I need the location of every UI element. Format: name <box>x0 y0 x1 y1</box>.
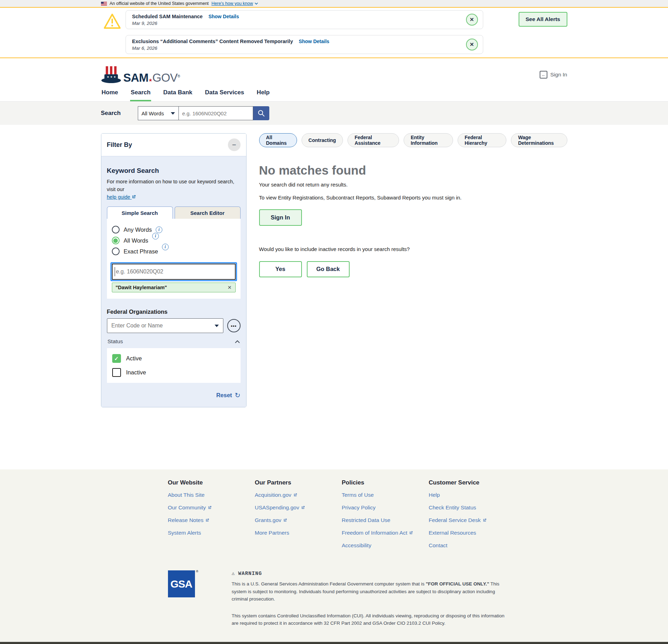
sign-in-button[interactable]: Sign In <box>259 209 302 226</box>
footer-link-external-resources[interactable]: External Resources <box>429 530 476 536</box>
footer-link-system-alerts[interactable]: System Alerts <box>168 530 201 536</box>
search-icon <box>257 109 265 117</box>
sign-in-link[interactable]: ← Sign In <box>540 71 567 79</box>
checkbox-inactive-label: Inactive <box>126 369 146 376</box>
tab-simple-search[interactable]: Simple Search <box>107 206 173 219</box>
checkbox-row-inactive[interactable]: Inactive <box>112 368 235 377</box>
keyword-info-text: For more information on how to use our k… <box>107 179 234 192</box>
warning-paragraph-2: This system contains Controlled Unclassi… <box>232 612 512 627</box>
see-all-alerts-button[interactable]: See All Alerts <box>519 12 567 27</box>
domain-chip-federal-assistance[interactable]: Federal Assistance <box>348 133 399 147</box>
status-section-toggle[interactable]: Status <box>107 338 241 345</box>
footer-link-restricted-data-use[interactable]: Restricted Data Use <box>342 517 391 523</box>
nav-item-data-services[interactable]: Data Services <box>204 88 245 101</box>
reset-label: Reset <box>216 392 232 399</box>
tab-search-editor[interactable]: Search Editor <box>175 206 241 219</box>
search-submit-button[interactable] <box>253 106 269 120</box>
external-link-icon <box>301 506 305 510</box>
gsa-logo[interactable]: GSA ® <box>168 570 195 597</box>
info-icon[interactable]: i <box>162 244 169 250</box>
domain-chip-federal-hierarchy[interactable]: Federal Hierarchy <box>458 133 507 147</box>
footer-link-contact[interactable]: Contact <box>429 542 447 549</box>
caret-down-icon <box>215 325 219 327</box>
domain-chip-all-domains[interactable]: All Domains <box>259 133 297 147</box>
info-icon[interactable]: i <box>156 226 162 233</box>
radio-all-words[interactable] <box>112 237 120 244</box>
reset-filters-button[interactable]: Reset ↻ <box>107 391 241 399</box>
alert-close-button[interactable]: ✕ <box>466 39 478 50</box>
page-footer: Our Website About This Site Our Communit… <box>0 469 668 642</box>
alert-card: Exclusions “Additional Comments” Content… <box>126 35 483 54</box>
keyword-input[interactable] <box>112 264 236 280</box>
alert-card: Scheduled SAM Maintenance Show Details M… <box>126 10 483 29</box>
footer-link-our-community[interactable]: Our Community <box>168 504 212 511</box>
footer-link-more-partners[interactable]: More Partners <box>255 530 289 536</box>
search-mode-select[interactable]: All Words <box>138 106 179 120</box>
checkbox-inactive[interactable] <box>112 368 121 377</box>
footer-link-usaspending-gov[interactable]: USASpending.gov <box>255 504 305 511</box>
status-box: ✓ Active Inactive <box>107 348 241 383</box>
yes-button[interactable]: Yes <box>259 261 302 277</box>
help-guide-link[interactable]: help guide <box>107 194 136 200</box>
keyword-tag: "Dawit Haylemariam" ✕ <box>112 283 236 292</box>
nav-item-search[interactable]: Search <box>130 88 151 101</box>
main-nav: Home Search Data Bank Data Services Help <box>0 88 668 102</box>
sign-in-arrow-icon: ← <box>540 71 547 79</box>
text-caret <box>115 267 115 276</box>
keyword-search-title: Keyword Search <box>107 167 241 175</box>
alert-close-button[interactable]: ✕ <box>466 14 478 26</box>
footer-link-federal-service-desk[interactable]: Federal Service Desk <box>429 517 487 523</box>
footer-link-accessibility[interactable]: Accessibility <box>342 542 371 549</box>
footer-link-acquisition-gov[interactable]: Acquisition.gov <box>255 492 297 498</box>
external-link-icon <box>208 506 212 510</box>
radio-exact-phrase-label: Exact Phrase <box>124 248 158 255</box>
sam-gov-logo[interactable]: ★ ★ ★ SAM★GOV® <box>101 66 180 83</box>
status-label: Status <box>108 338 123 345</box>
info-icon[interactable]: i <box>152 233 159 239</box>
radio-exact-phrase[interactable] <box>112 248 120 255</box>
minus-icon: − <box>232 141 236 149</box>
nav-item-data-bank[interactable]: Data Bank <box>162 88 193 101</box>
external-link-icon <box>293 493 297 497</box>
external-link-icon <box>409 531 413 535</box>
registered-icon: ® <box>196 570 198 573</box>
footer-link-grants-gov[interactable]: Grants.gov <box>255 517 288 523</box>
federal-org-more-button[interactable]: ••• <box>227 319 241 332</box>
how-you-know-link[interactable]: Here's how you know <box>211 1 258 6</box>
search-input[interactable] <box>179 106 253 120</box>
logo-gov-text: GOV <box>153 71 178 84</box>
nav-item-help[interactable]: Help <box>256 88 270 101</box>
registered-icon: ® <box>177 74 180 78</box>
nav-item-home[interactable]: Home <box>101 88 119 101</box>
alert-title: Exclusions “Additional Comments” Content… <box>132 39 293 44</box>
footer-link-foia[interactable]: Freedom of Information Act <box>342 530 413 536</box>
domain-chip-entity-information[interactable]: Entity Information <box>404 133 453 147</box>
radio-any-words-label: Any Words <box>124 226 152 233</box>
chevron-up-icon <box>235 340 240 343</box>
alert-show-details-link[interactable]: Show Details <box>299 39 329 44</box>
checkbox-active[interactable]: ✓ <box>112 354 121 363</box>
ellipsis-icon: ••• <box>231 323 237 328</box>
search-strip: Search All Words <box>0 102 668 125</box>
footer-link-privacy-policy[interactable]: Privacy Policy <box>342 504 376 511</box>
footer-link-terms-of-use[interactable]: Terms of Use <box>342 492 374 498</box>
alerts-section: Scheduled SAM Maintenance Show Details M… <box>0 8 668 58</box>
footer-link-help[interactable]: Help <box>429 492 440 498</box>
radio-any-words[interactable] <box>112 226 120 233</box>
uncle-sam-hat-icon: ★ ★ ★ <box>101 66 121 83</box>
footer-link-about-this-site[interactable]: About This Site <box>168 492 205 498</box>
alert-show-details-link[interactable]: Show Details <box>208 14 239 19</box>
sign-in-label: Sign In <box>550 72 567 78</box>
federal-org-select[interactable]: Enter Code or Name <box>107 318 223 333</box>
footer-link-release-notes[interactable]: Release Notes <box>168 517 210 523</box>
filter-collapse-button[interactable]: − <box>228 138 241 151</box>
footer-heading: Our Website <box>168 479 255 486</box>
tag-remove-icon[interactable]: ✕ <box>228 285 232 290</box>
chevron-down-icon <box>255 2 258 5</box>
domain-chip-contracting[interactable]: Contracting <box>302 133 343 147</box>
domain-chip-wage-determinations[interactable]: Wage Determinations <box>511 133 567 147</box>
footer-link-check-entity-status[interactable]: Check Entity Status <box>429 504 476 511</box>
go-back-button[interactable]: Go Back <box>307 261 350 277</box>
external-link-icon <box>205 518 209 522</box>
checkbox-row-active[interactable]: ✓ Active <box>112 354 235 363</box>
